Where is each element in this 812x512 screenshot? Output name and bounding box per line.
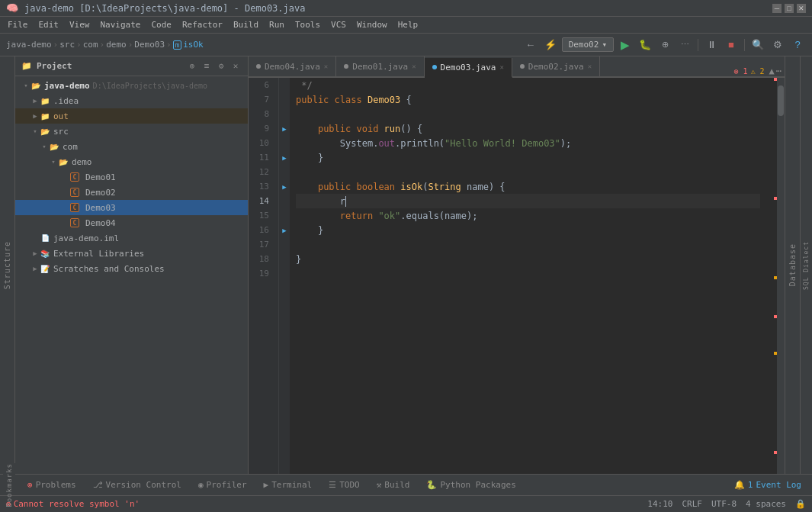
tree-demo[interactable]: ▾ 📂 demo <box>15 154 248 169</box>
settings-button[interactable]: ⚙ <box>769 37 786 53</box>
bottom-tab-eventlog[interactable]: 🔔 1 Event Log <box>727 476 809 494</box>
run-config-name: Demo02 <box>569 40 599 50</box>
line-num-17: 17 <box>249 237 274 252</box>
code-area[interactable]: */ public class Demo03 { public void run… <box>290 78 766 474</box>
terminal-label: Terminal <box>271 480 312 490</box>
vcs-back-button[interactable]: ← <box>522 37 539 53</box>
minimize-button[interactable]: ─ <box>772 4 782 13</box>
menu-refactor[interactable]: Refactor <box>178 18 227 31</box>
menu-run[interactable]: Run <box>265 18 289 31</box>
menu-vcs[interactable]: VCS <box>326 18 351 31</box>
breadcrumb-project[interactable]: java-demo <box>6 40 52 50</box>
menu-file[interactable]: File <box>3 18 33 31</box>
tree-scratches[interactable]: ▶ 📝 Scratches and Consoles <box>15 261 248 276</box>
debug-button[interactable]: 🐛 <box>637 37 653 53</box>
menu-window[interactable]: Window <box>352 18 392 31</box>
status-bar: ⊗ Cannot resolve symbol 'n' 14:10 CRLF U… <box>0 495 812 512</box>
demo01-java-icon: C <box>70 172 79 182</box>
tab-overflow-button[interactable]: ⋯ <box>776 66 782 76</box>
menu-edit[interactable]: Edit <box>34 18 64 31</box>
sqldialect-panel[interactable]: SQL Dialect <box>800 56 812 474</box>
tree-ext-libs[interactable]: ▶ 📚 External Libraries <box>15 246 248 261</box>
tree-com-arrow: ▾ <box>40 143 49 150</box>
code-line-10: System.out.println("Hello World! Demo03"… <box>296 136 760 150</box>
breadcrumb-demo03[interactable]: Demo03 <box>134 40 165 50</box>
pause-button[interactable]: ⏸ <box>703 37 720 53</box>
menu-tools[interactable]: Tools <box>290 18 325 31</box>
bottom-tab-problems[interactable]: ⊗ Problems <box>20 476 84 494</box>
breadcrumb-demo[interactable]: demo <box>106 40 127 50</box>
bottom-tab-todo[interactable]: ☰ TODO <box>321 476 367 494</box>
tab-demo04[interactable]: Demo04.java ✕ <box>249 56 336 76</box>
tab-demo02[interactable]: Demo02.java ✕ <box>512 56 600 76</box>
problems-label: Problems <box>36 480 76 490</box>
editor-content[interactable]: 6 7 8 9 10 11 12 13 14 15 16 17 18 19 ▶ <box>249 78 785 474</box>
panel-collapse-button[interactable]: ≡ <box>201 60 213 72</box>
search-everywhere-button[interactable]: 🔍 <box>749 37 766 53</box>
menu-help[interactable]: Help <box>393 18 423 31</box>
run-button[interactable]: ▶ <box>617 37 634 53</box>
structure-panel[interactable]: Structure <box>0 56 15 474</box>
error-chevron-up[interactable]: ▲ <box>769 66 775 76</box>
menu-view[interactable]: View <box>65 18 95 31</box>
vcs-forward-button[interactable]: ⚡ <box>542 37 559 53</box>
tree-src[interactable]: ▾ 📂 src <box>15 124 248 139</box>
bottom-tab-terminal[interactable]: ▶ Terminal <box>256 476 320 494</box>
gutter-12 <box>279 165 290 179</box>
help-button[interactable]: ? <box>789 37 806 53</box>
menu-navigate[interactable]: Navigate <box>96 18 146 31</box>
status-encoding[interactable]: UTF-8 <box>711 499 737 509</box>
tree-com[interactable]: ▾ 📂 com <box>15 139 248 154</box>
status-indent[interactable]: 4 spaces <box>746 499 786 509</box>
bottom-tab-build[interactable]: ⚒ Build <box>369 476 418 494</box>
bottom-tab-python[interactable]: 🐍 Python Packages <box>419 476 523 494</box>
status-line-ending[interactable]: CRLF <box>682 499 702 509</box>
more-run-button[interactable]: ⋯ <box>676 37 693 53</box>
tab-demo03[interactable]: Demo03.java ✕ <box>425 58 512 78</box>
coverage-button[interactable]: ⊕ <box>656 37 673 53</box>
panel-add-button[interactable]: ⊕ <box>186 60 198 72</box>
editor-scrollbar[interactable] <box>777 78 785 474</box>
breadcrumb-isok[interactable]: isOk <box>183 40 204 50</box>
bottom-tab-profiler[interactable]: ◉ Profiler <box>191 476 255 494</box>
database-panel[interactable]: Database <box>785 56 800 474</box>
breadcrumb-src[interactable]: src <box>59 40 75 50</box>
run-config-selector[interactable]: Demo02 ▾ <box>562 37 614 52</box>
tree-demo02[interactable]: ▶ C Demo02 <box>15 185 248 200</box>
main-area: Structure 📁 Project ⊕ ≡ ⚙ ✕ ▾ 📂 java-dem… <box>0 56 812 474</box>
status-right: 14:10 CRLF UTF-8 4 spaces 🔒 <box>647 499 806 509</box>
menu-build[interactable]: Build <box>229 18 263 31</box>
tree-root[interactable]: ▾ 📂 java-demo D:\IdeaProjects\java-demo <box>15 78 248 93</box>
close-button[interactable]: ✕ <box>797 4 806 13</box>
breadcrumb-com[interactable]: com <box>83 40 98 50</box>
scrollbar-thumb[interactable] <box>778 85 784 116</box>
bottom-tab-vcs[interactable]: ⎇ Version Control <box>85 476 189 494</box>
tree-demo03[interactable]: ▶ C Demo03 <box>15 200 248 215</box>
gutter-13: ▶ <box>279 179 290 194</box>
tree-out[interactable]: ▶ 📁 out <box>15 108 248 124</box>
tree-demo01[interactable]: ▶ C Demo01 <box>15 169 248 185</box>
profiler-icon: ◉ <box>198 480 204 490</box>
maximize-button[interactable]: □ <box>785 4 794 13</box>
menu-code[interactable]: Code <box>146 18 176 31</box>
tree-src-label: src <box>53 127 69 137</box>
tab-demo02-close[interactable]: ✕ <box>588 63 592 70</box>
profiler-label: Profiler <box>207 480 247 490</box>
code-line-17 <box>296 237 760 252</box>
panel-hide-button[interactable]: ✕ <box>229 60 242 72</box>
tree-demo04-label: Demo04 <box>85 218 116 228</box>
tree-idea[interactable]: ▶ 📁 .idea <box>15 93 248 108</box>
panel-settings-button[interactable]: ⚙ <box>215 60 227 72</box>
tree-iml[interactable]: ▶ 📄 java-demo.iml <box>15 230 248 246</box>
line-num-15: 15 <box>249 208 274 223</box>
tab-demo03-close[interactable]: ✕ <box>499 63 503 71</box>
tree-demo04[interactable]: ▶ C Demo04 <box>15 215 248 230</box>
tab-demo04-close[interactable]: ✕ <box>324 63 328 70</box>
tree-root-label: java-demo <box>44 81 90 91</box>
status-position[interactable]: 14:10 <box>647 499 672 509</box>
stop-button[interactable]: ■ <box>723 37 740 53</box>
project-panel: 📁 Project ⊕ ≡ ⚙ ✕ ▾ 📂 java-demo D:\IdeaP… <box>15 56 249 474</box>
tab-demo01[interactable]: Demo01.java ✕ <box>336 56 424 76</box>
line-num-6: 6 <box>249 78 274 92</box>
tab-demo01-close[interactable]: ✕ <box>412 63 416 70</box>
